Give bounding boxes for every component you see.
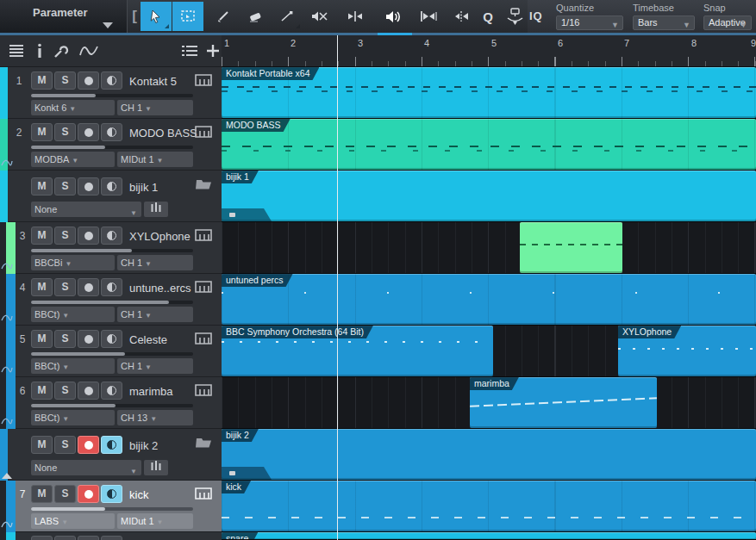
volume-slider[interactable] bbox=[31, 146, 193, 149]
track-row-xylophone[interactable]: 3 M S XYLOphone BBCBi▼ CH 1▼ bbox=[0, 222, 222, 274]
instrument-select[interactable]: Konkt 6▼ bbox=[31, 100, 115, 115]
track-row-untuned-percs[interactable]: 4 M S untune..ercs BBCt)▼ CH 1▼ bbox=[0, 274, 222, 326]
mute-button[interactable]: M bbox=[31, 227, 53, 245]
folder-clip-expand-tab[interactable] bbox=[222, 467, 272, 480]
mute-button[interactable]: M bbox=[31, 382, 53, 400]
record-arm-button[interactable] bbox=[78, 536, 99, 540]
instrument-keyboard-icon[interactable] bbox=[195, 384, 212, 396]
channel-select[interactable]: CH 1▼ bbox=[117, 100, 193, 115]
instrument-keyboard-icon[interactable] bbox=[195, 74, 212, 86]
folder-track-row-bijik1[interactable]: M S bijik 1 None ▼ bbox=[0, 171, 222, 222]
solo-button[interactable] bbox=[54, 536, 76, 540]
monitor-button[interactable] bbox=[101, 382, 122, 400]
folder-clip-bijik1[interactable]: bijik 1 bbox=[222, 171, 756, 221]
monitor-button[interactable] bbox=[101, 177, 122, 196]
snap-select[interactable]: Adaptive ▼ bbox=[703, 16, 752, 30]
quantize-tool-button[interactable]: Q bbox=[475, 2, 501, 31]
record-arm-button[interactable] bbox=[78, 278, 99, 296]
folder-clip-expand-tab[interactable] bbox=[222, 208, 272, 221]
channel-select[interactable]: CH 13▼ bbox=[117, 410, 193, 425]
wrench-icon[interactable] bbox=[52, 42, 71, 59]
track-name[interactable]: Celeste bbox=[129, 333, 167, 346]
automation-expand-icon[interactable] bbox=[1, 313, 13, 323]
record-arm-button[interactable] bbox=[78, 330, 99, 348]
track-name[interactable]: kick bbox=[129, 488, 148, 501]
paint-tool-button[interactable] bbox=[272, 2, 303, 31]
timestretch2-tool-button[interactable] bbox=[446, 2, 477, 31]
solo-button[interactable]: S bbox=[54, 177, 76, 196]
instrument-keyboard-icon[interactable] bbox=[195, 126, 212, 138]
timeline-ruler[interactable]: 1 2 3 4 5 6 7 8 9 bbox=[222, 35, 756, 67]
monitor-button[interactable] bbox=[101, 536, 122, 540]
instrument-keyboard-icon[interactable] bbox=[195, 229, 212, 241]
channel-select[interactable]: CH 1▼ bbox=[117, 358, 193, 374]
track-row-celeste[interactable]: 5 M S Celeste BBCt)▼ CH 1▼ bbox=[0, 326, 222, 377]
track-name[interactable]: Kontakt 5 bbox=[129, 75, 177, 88]
record-arm-button[interactable] bbox=[78, 177, 99, 196]
volume-slider[interactable] bbox=[31, 352, 193, 356]
arrow-tool-button[interactable] bbox=[141, 2, 172, 31]
track-row-kontakt5[interactable]: 1 M S Kontakt 5 Konkt 6▼ CH 1▼ bbox=[0, 67, 222, 119]
timestretch-tool-button[interactable] bbox=[414, 2, 445, 31]
track-name[interactable]: XYLOphone bbox=[129, 230, 191, 243]
monitor-button-active[interactable] bbox=[101, 485, 122, 503]
playhead-cursor[interactable] bbox=[337, 35, 338, 540]
automation-expand-icon[interactable] bbox=[1, 261, 13, 271]
folder-open-indicator[interactable] bbox=[2, 473, 12, 479]
solo-button[interactable]: S bbox=[54, 123, 76, 141]
instrument-select[interactable]: BBCt)▼ bbox=[31, 410, 115, 425]
solo-button[interactable]: S bbox=[54, 71, 76, 90]
instrument-select[interactable]: BBCt)▼ bbox=[31, 358, 115, 374]
pencil-tool-button[interactable] bbox=[208, 2, 239, 31]
automation-icon[interactable] bbox=[78, 42, 100, 59]
folder-icon[interactable] bbox=[195, 436, 212, 449]
clip-bbc-symphony[interactable]: BBC Symphony Orchestra (64 Bit) bbox=[222, 326, 493, 376]
folder-track-row-bijik2[interactable]: M S bijik 2 None ▼ bbox=[0, 429, 222, 481]
volume-slider[interactable] bbox=[31, 249, 193, 252]
inspector-icon[interactable] bbox=[34, 42, 45, 59]
record-arm-button[interactable] bbox=[78, 123, 99, 141]
track-row-modobass[interactable]: 2 M S MODO BASS MODBA▼ MIDut 1▼ bbox=[0, 119, 222, 171]
instrument-keyboard-icon[interactable] bbox=[195, 281, 212, 293]
eraser-tool-button[interactable] bbox=[240, 2, 271, 31]
solo-button[interactable]: S bbox=[54, 485, 76, 503]
mute-button[interactable]: M bbox=[31, 278, 53, 296]
record-arm-button[interactable] bbox=[78, 382, 99, 400]
mute-button[interactable]: M bbox=[31, 71, 53, 90]
clip-untuned-percs[interactable]: untuned percs bbox=[222, 274, 756, 325]
parameter-dropdown[interactable]: Parameter bbox=[0, 0, 128, 33]
clip-xylophone-blue[interactable]: XYLOphone bbox=[618, 326, 756, 376]
quantize-select[interactable]: 1/16 ▼ bbox=[556, 16, 623, 30]
clip-marimba[interactable]: marimba bbox=[470, 377, 657, 428]
channel-select[interactable]: MIDut 1▼ bbox=[117, 152, 193, 167]
monitor-button[interactable] bbox=[101, 123, 122, 141]
clip-modo-bass[interactable]: MODO BASS bbox=[222, 119, 756, 170]
record-arm-button[interactable] bbox=[78, 71, 99, 90]
folder-icon[interactable] bbox=[195, 177, 212, 190]
record-arm-button-active[interactable] bbox=[78, 436, 99, 454]
track-name[interactable]: marimba bbox=[129, 385, 173, 398]
solo-button[interactable]: S bbox=[54, 330, 76, 348]
track-row-kick-selected[interactable]: 7 M S kick LABS▼ MIDut 1▼ bbox=[0, 481, 222, 532]
folder-target-select[interactable]: None ▼ bbox=[31, 202, 141, 217]
track-name[interactable]: untune..ercs bbox=[129, 282, 191, 295]
volume-slider[interactable] bbox=[31, 404, 193, 407]
track-row-marimba[interactable]: 6 M S marimba BBCt)▼ CH 13▼ bbox=[0, 377, 222, 429]
track-list-toggle-icon[interactable] bbox=[179, 42, 200, 59]
instrument-select[interactable]: LABS▼ bbox=[31, 513, 115, 529]
record-arm-button-active[interactable] bbox=[78, 485, 99, 503]
monitor-button-active[interactable] bbox=[101, 436, 122, 454]
track-name[interactable]: bijik 1 bbox=[129, 181, 158, 194]
solo-button[interactable]: S bbox=[54, 436, 76, 454]
mixer-icon-button[interactable] bbox=[144, 202, 168, 217]
volume-slider[interactable] bbox=[31, 507, 193, 511]
channel-select[interactable]: CH 1▼ bbox=[117, 307, 193, 322]
solo-button[interactable]: S bbox=[54, 227, 76, 245]
channel-select[interactable]: MIDut 1▼ bbox=[117, 513, 193, 529]
bend-tool-button[interactable] bbox=[501, 2, 528, 31]
automation-expand-icon[interactable] bbox=[1, 416, 13, 426]
solo-button[interactable]: S bbox=[54, 278, 76, 296]
mute-tool-button[interactable] bbox=[303, 2, 334, 31]
monitor-button[interactable] bbox=[101, 330, 122, 348]
solo-button[interactable]: S bbox=[54, 382, 76, 400]
